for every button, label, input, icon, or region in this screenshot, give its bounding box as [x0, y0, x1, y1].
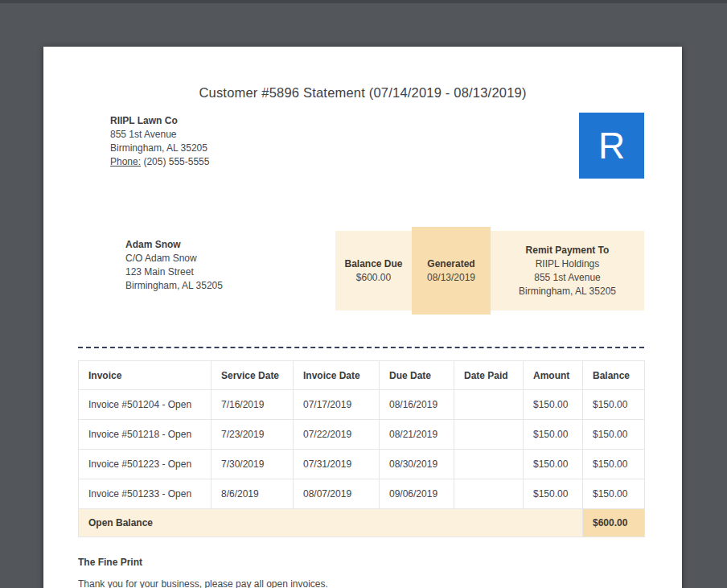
- header-amount: Amount: [524, 361, 583, 390]
- fine-print-text: Thank you for your business, please pay …: [78, 578, 328, 588]
- company-address-line2: Birmingham, AL 35205: [110, 142, 209, 155]
- summary-boxes: Balance Due $600.00 Generated 08/13/2019…: [335, 227, 644, 315]
- amount-cell: $150.00: [524, 420, 583, 450]
- invoice-date-cell: 08/07/2019: [294, 479, 380, 509]
- phone-label: Phone:: [110, 156, 141, 167]
- remit-address2: Birmingham, AL 35205: [519, 285, 616, 298]
- remit-label: Remit Payment To: [526, 244, 610, 257]
- window-top-edge: [0, 0, 727, 3]
- customer-address-line1: 123 Main Street: [125, 265, 223, 279]
- remit-address1: 855 1st Avenue: [534, 271, 601, 285]
- table-header-row: Invoice Service Date Invoice Date Due Da…: [79, 361, 645, 390]
- balance-due-box: Balance Due $600.00: [335, 231, 412, 310]
- phone-value: (205) 555-5555: [143, 156, 209, 167]
- invoice-cell: Invoice #501223 - Open: [79, 450, 212, 479]
- customer-name: Adam Snow: [125, 238, 223, 252]
- invoice-date-cell: 07/22/2019: [294, 420, 380, 450]
- company-info-block: RIIPL Lawn Co 855 1st Avenue Birmingham,…: [110, 114, 209, 169]
- invoice-cell: Invoice #501233 - Open: [79, 479, 212, 509]
- remit-payment-box: Remit Payment To RIIPL Holdings 855 1st …: [491, 231, 644, 310]
- due-date-cell: 08/30/2019: [380, 450, 454, 479]
- customer-care-of: C/O Adam Snow: [125, 252, 223, 265]
- header-date-paid: Date Paid: [454, 361, 524, 390]
- table-row: Invoice #501218 - Open 7/23/2019 07/22/2…: [79, 420, 645, 450]
- remit-name: RIIPL Holdings: [536, 257, 600, 271]
- header-due-date: Due Date: [380, 361, 454, 390]
- service-date-cell: 7/30/2019: [212, 450, 294, 479]
- customer-address-block: Adam Snow C/O Adam Snow 123 Main Street …: [125, 238, 223, 293]
- balance-due-value: $600.00: [356, 271, 391, 285]
- statement-page: Customer #5896 Statement (07/14/2019 - 0…: [43, 47, 682, 588]
- table-row: Invoice #501204 - Open 7/16/2019 07/17/2…: [79, 390, 645, 420]
- balance-cell: $150.00: [583, 450, 645, 479]
- logo-letter: R: [598, 124, 625, 167]
- date-paid-cell: [454, 479, 524, 509]
- open-balance-total: $600.00: [583, 509, 645, 537]
- invoice-date-cell: 07/31/2019: [294, 450, 380, 479]
- due-date-cell: 09/06/2019: [380, 479, 454, 509]
- service-date-cell: 8/6/2019: [212, 479, 294, 509]
- generated-label: Generated: [427, 257, 474, 271]
- desktop-background: { "document": { "title": "Customer #5896…: [0, 0, 727, 588]
- balance-cell: $150.00: [583, 390, 645, 420]
- company-phone-line: Phone: (205) 555-5555: [110, 155, 209, 169]
- table-row: Invoice #501233 - Open 8/6/2019 08/07/20…: [79, 479, 645, 509]
- date-paid-cell: [454, 390, 524, 420]
- dashed-divider: [78, 347, 644, 348]
- date-paid-cell: [454, 420, 524, 450]
- service-date-cell: 7/16/2019: [212, 390, 294, 420]
- table-row: Invoice #501223 - Open 7/30/2019 07/31/2…: [79, 450, 645, 479]
- balance-due-label: Balance Due: [344, 257, 402, 271]
- invoice-date-cell: 07/17/2019: [294, 390, 380, 420]
- open-balance-label: Open Balance: [79, 509, 583, 537]
- header-invoice-date: Invoice Date: [294, 361, 380, 390]
- date-paid-cell: [454, 450, 524, 479]
- due-date-cell: 08/21/2019: [380, 420, 454, 450]
- generated-box: Generated 08/13/2019: [412, 227, 491, 315]
- invoice-cell: Invoice #501204 - Open: [79, 390, 212, 420]
- company-address-line1: 855 1st Avenue: [110, 128, 209, 142]
- company-name: RIIPL Lawn Co: [110, 114, 209, 128]
- balance-cell: $150.00: [583, 420, 645, 450]
- generated-value: 08/13/2019: [427, 271, 475, 285]
- header-service-date: Service Date: [212, 361, 294, 390]
- statement-title: Customer #5896 Statement (07/14/2019 - 0…: [43, 85, 682, 101]
- amount-cell: $150.00: [524, 390, 583, 420]
- invoice-cell: Invoice #501218 - Open: [79, 420, 212, 450]
- balance-cell: $150.00: [583, 479, 645, 509]
- fine-print-heading: The Fine Print: [78, 557, 142, 568]
- header-balance: Balance: [583, 361, 645, 390]
- amount-cell: $150.00: [524, 450, 583, 479]
- header-invoice: Invoice: [79, 361, 212, 390]
- amount-cell: $150.00: [524, 479, 583, 509]
- service-date-cell: 7/23/2019: [212, 420, 294, 450]
- due-date-cell: 08/16/2019: [380, 390, 454, 420]
- invoice-table: Invoice Service Date Invoice Date Due Da…: [78, 360, 645, 537]
- company-logo-icon: R: [579, 113, 644, 179]
- customer-address-line2: Birmingham, AL 35205: [125, 279, 223, 293]
- open-balance-row: Open Balance $600.00: [79, 509, 645, 537]
